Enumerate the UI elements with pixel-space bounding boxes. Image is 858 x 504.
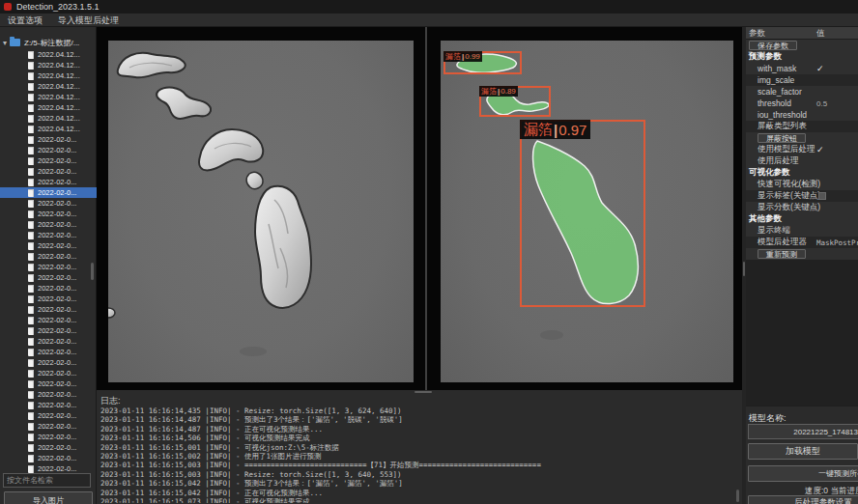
file-icon (28, 221, 34, 229)
params-scrollbar-thumb[interactable] (743, 262, 745, 276)
log-scrollbar[interactable] (735, 406, 740, 502)
viewer-splitter[interactable] (425, 27, 427, 390)
tree-file-item[interactable]: 2022.04.12... (0, 124, 97, 134)
filename-search-input[interactable] (3, 473, 91, 488)
file-icon (28, 295, 34, 303)
tree-file-item[interactable]: 2022-02-0... (0, 145, 97, 155)
tree-file-item[interactable]: 2022-02-0... (0, 347, 97, 357)
tree-file-item[interactable]: 2022-02-0... (0, 400, 97, 410)
param-row[interactable]: iou_threshold (746, 109, 858, 121)
tree-file-item[interactable]: 2022-02-0... (0, 219, 97, 230)
param-row[interactable]: scale_factor (746, 86, 858, 98)
tree-file-label: 2022-02-0... (38, 316, 76, 324)
param-action-button[interactable]: 保存参数 (749, 41, 797, 50)
checkbox-checked-icon[interactable]: ✓ (816, 145, 824, 154)
tree-file-item[interactable]: 2022-02-0... (0, 283, 97, 294)
checkbox-unchecked[interactable] (818, 192, 826, 200)
tree-file-item[interactable]: 2022-02-0... (0, 389, 97, 400)
predict-all-button[interactable]: 一键预测所有 (748, 465, 858, 482)
tree-file-item[interactable]: 2022-02-0... (0, 315, 97, 325)
model-name-field[interactable]: 20221225_174813 (748, 424, 858, 439)
tree-file-item[interactable]: 2022-02-0... (0, 166, 97, 177)
tree-file-item[interactable]: 2022.04.12... (0, 60, 97, 70)
tree-root-item[interactable]: ▾ Z:/5-标注数据/... (0, 37, 97, 48)
param-name: threshold (758, 98, 791, 108)
tree-file-label: 2022-02-0... (38, 156, 76, 165)
param-row[interactable]: 使用后处理 (746, 155, 858, 167)
log-scrollbar-thumb[interactable] (736, 490, 739, 502)
tree-file-label: 2022-02-0... (38, 464, 76, 473)
param-row[interactable]: 显示分数(关键点) (746, 202, 858, 213)
checkbox-checked-icon[interactable]: ✓ (816, 64, 824, 73)
tree-file-item[interactable]: 2022-02-0... (0, 240, 97, 251)
param-name: scale_factor (758, 87, 802, 97)
param-row[interactable]: 显示标签(关键点) (746, 190, 858, 202)
chevron-down-icon[interactable]: ▾ (0, 39, 10, 47)
menu-import-model-postprocess[interactable]: 导入模型后处理 (50, 14, 127, 27)
tree-file-item[interactable]: 2022.04.12... (0, 92, 97, 102)
tree-file-item[interactable]: 2022.04.12... (0, 70, 97, 81)
param-row[interactable]: 重新预测 (746, 248, 858, 260)
tree-file-item[interactable]: 2022-02-0... (0, 336, 97, 347)
tree-file-item[interactable]: 2022-02-0... (0, 368, 97, 378)
tree-file-item[interactable]: 2022-02-0... (0, 230, 97, 240)
tree-file-item[interactable]: 2022-02-0... (0, 187, 97, 198)
menu-settings[interactable]: 设置选项 (0, 14, 50, 27)
tree-file-item[interactable]: 2022-02-0... (0, 272, 97, 283)
tree-file-item[interactable]: 2022.04.12... (0, 49, 97, 60)
params-table-header: 参数 值 (746, 27, 858, 40)
tree-file-label: 2022.04.12... (38, 114, 80, 123)
param-row[interactable]: 快速可视化(检测) (746, 179, 858, 190)
tree-file-item[interactable]: 2022-02-0... (0, 325, 97, 336)
tree-scrollbar[interactable] (90, 29, 95, 471)
import-images-button[interactable]: 导入图片 (4, 491, 93, 504)
tree-file-item[interactable]: 2022-02-0... (0, 378, 97, 389)
param-row[interactable]: with_mask✓ (746, 63, 858, 74)
param-action-button[interactable]: 重新预测 (758, 249, 806, 259)
param-section-row[interactable]: 其他参数 (746, 213, 858, 225)
param-row[interactable]: 屏蔽类型列表 (746, 121, 858, 132)
menubar: 设置选项 导入模型后处理 (0, 14, 858, 27)
tree-file-item[interactable]: 2022-02-0... (0, 432, 97, 442)
original-image-panel[interactable] (108, 41, 414, 382)
tree-file-item[interactable]: 2022-02-0... (0, 421, 97, 432)
param-row[interactable]: 模型后处理器MaskPostPro (746, 237, 858, 248)
tree-file-label: 2022-02-0... (38, 326, 76, 335)
param-row[interactable]: threshold0.5 (746, 98, 858, 109)
param-name: 使用模型后处理 (758, 144, 815, 155)
tree-file-item[interactable]: 2022-02-0... (0, 294, 97, 304)
tree-file-item[interactable]: 2022.04.12... (0, 102, 97, 113)
tree-scrollbar-thumb[interactable] (91, 263, 94, 280)
param-action-button[interactable]: 屏蔽按钮 (758, 133, 806, 143)
tree-file-item[interactable]: 2022-02-0... (0, 209, 97, 219)
param-section-row[interactable]: 预测参数 (746, 51, 858, 63)
param-row[interactable]: 使用模型后处理✓ (746, 144, 858, 155)
param-section-row[interactable]: 可视化参数 (746, 167, 858, 179)
param-row[interactable]: 保存参数 (746, 40, 858, 51)
log-line: 2023-01-11 16:16:14,487 |INFO| - 正在可视化预测… (100, 425, 729, 434)
tree-file-item[interactable]: 2022-02-0... (0, 442, 97, 453)
tree-file-item[interactable]: 2022-02-0... (0, 304, 97, 315)
tree-file-item[interactable]: 2022.04.12... (0, 81, 97, 92)
tree-file-item[interactable]: 2022-02-0... (0, 410, 97, 421)
tree-file-item[interactable]: 2022-02-0... (0, 251, 97, 262)
tree-file-item[interactable]: 2022-02-0... (0, 262, 97, 272)
tree-file-item[interactable]: 2022-02-0... (0, 357, 97, 368)
tree-file-item[interactable]: 2022-02-0... (0, 177, 97, 187)
defect-blob-mid (199, 129, 263, 170)
tree-file-item[interactable]: 2022-02-0... (0, 198, 97, 209)
param-row[interactable]: img_scale (746, 74, 858, 86)
load-model-button[interactable]: 加载模型 (748, 443, 858, 460)
tree-file-item[interactable]: 2022-02-0... (0, 155, 97, 166)
prediction-image-panel[interactable]: 漏箔|0.99漏箔|0.89漏箔|0.97 (441, 41, 733, 382)
postprocess-settings-button[interactable]: 后处理参数设置 (748, 495, 858, 504)
log-lines[interactable]: 2023-01-11 16:16:14,435 |INFO| - Resize:… (100, 406, 729, 503)
param-row[interactable]: 显示终端 (746, 225, 858, 237)
param-row[interactable]: 屏蔽按钮 (746, 132, 858, 144)
tree-file-item[interactable]: 2022-02-0... (0, 134, 97, 145)
file-icon (28, 402, 34, 409)
tree-file-item[interactable]: 2022-02-0... (0, 453, 97, 463)
tree-file-label: 2022.04.12... (38, 103, 80, 112)
tree-file-item[interactable]: 2022.04.12... (0, 113, 97, 124)
tree-file-label: 2022-02-0... (38, 273, 76, 282)
